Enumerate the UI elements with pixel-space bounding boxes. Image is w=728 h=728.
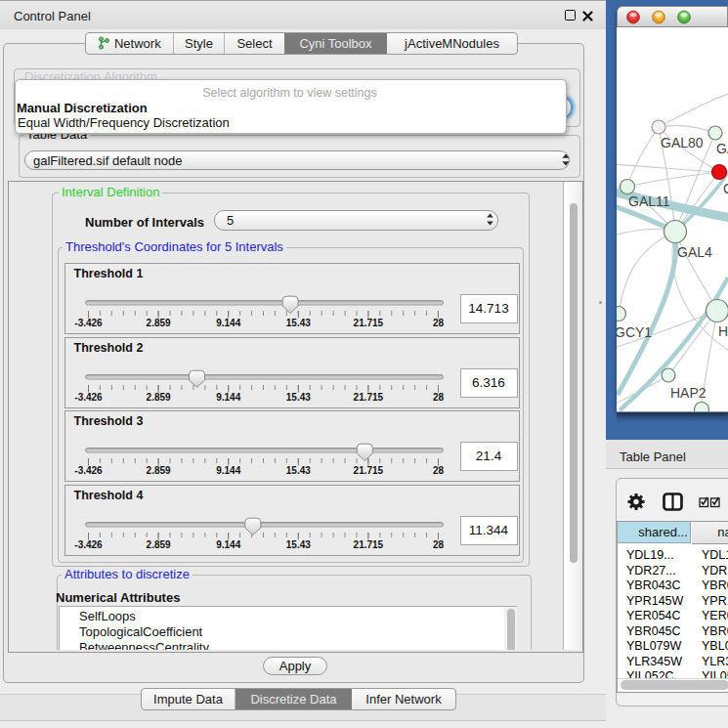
svg-text:15.43: 15.43 [285,539,310,550]
svg-text:GAL11: GAL11 [628,193,670,209]
svg-text:GAL80: GAL80 [661,135,704,150]
svg-text:HAP2: HAP2 [670,385,707,401]
svg-text:2.859: 2.859 [146,318,170,328]
svg-text:28: 28 [432,465,444,476]
svg-text:-3.426: -3.426 [74,465,103,476]
svg-text:28: 28 [432,318,444,328]
svg-text:2.859: 2.859 [146,465,170,476]
svg-text:-3.426: -3.426 [74,318,103,328]
svg-text:GCY1: GCY1 [617,324,652,340]
svg-text:28: 28 [432,539,444,550]
svg-text:15.43: 15.43 [285,318,310,328]
svg-text:21.715: 21.715 [353,392,383,403]
svg-text:9.144: 9.144 [216,318,240,328]
svg-text:C: C [723,181,728,196]
svg-text:9.144: 9.144 [216,392,240,403]
svg-text:21.715: 21.715 [353,318,383,328]
svg-text:-3.426: -3.426 [74,539,103,550]
svg-text:9.144: 9.144 [216,539,240,550]
svg-text:9.144: 9.144 [216,465,240,476]
svg-text:15.43: 15.43 [285,392,310,403]
svg-text:GAL4: GAL4 [677,244,712,260]
svg-text:-3.426: -3.426 [74,392,103,403]
svg-text:15.43: 15.43 [285,465,310,476]
svg-text:21.715: 21.715 [353,539,383,550]
svg-text:28: 28 [432,392,444,403]
svg-text:H: H [718,323,728,339]
svg-text:2.859: 2.859 [146,539,170,550]
svg-text:GA: GA [716,141,728,156]
svg-text:21.715: 21.715 [353,465,383,476]
svg-text:2.859: 2.859 [146,392,170,403]
